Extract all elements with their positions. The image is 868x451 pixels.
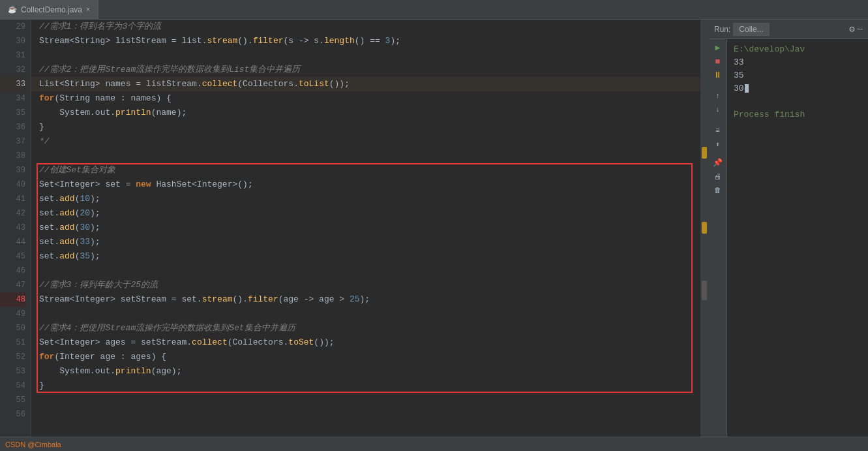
- run-tab[interactable]: Colle...: [733, 23, 769, 36]
- line-number: 36: [0, 120, 25, 134]
- line-number: 49: [0, 307, 25, 321]
- output-area: E:\develop\Jav 33 35 30 Process finish: [727, 39, 868, 437]
- minimap-scrollbar[interactable]: [700, 20, 708, 437]
- code-token: =: [126, 335, 141, 350]
- pin-button[interactable]: 📌: [712, 157, 724, 168]
- code-line: List<String> names = listStream.collect(…: [31, 77, 700, 91]
- code-token: .: [110, 106, 115, 120]
- code-token: (: [75, 235, 80, 249]
- run-label: Run:: [714, 25, 730, 34]
- output-line-30: 30: [734, 82, 861, 95]
- line-number: 46: [0, 264, 25, 278]
- run-button[interactable]: ▶: [712, 42, 724, 54]
- code-token: }: [39, 120, 44, 134]
- code-token: ());: [329, 77, 350, 91]
- code-line: Set<Integer> ages = setStream.collect(Co…: [31, 335, 700, 350]
- code-token: <Integer>: [54, 335, 105, 350]
- stop-button[interactable]: ■: [712, 55, 724, 67]
- right-panel: Run: Colle... ⚙ — ▶ ■ ⏸ ↑ ↓ ≡ ⬆: [708, 20, 868, 437]
- code-token: Stream: [39, 292, 70, 307]
- tab-close-icon[interactable]: ×: [86, 6, 90, 13]
- run-content: ▶ ■ ⏸ ↑ ↓ ≡ ⬆ 📌 🖨 🗑 E:\develop\Jav 33 35…: [709, 39, 868, 437]
- code-token: listStream: [115, 34, 166, 48]
- scroll-thumb[interactable]: [702, 281, 707, 300]
- code-token: =: [130, 77, 145, 91]
- code-token: 25: [350, 292, 360, 307]
- code-token: );: [360, 292, 370, 307]
- line-number: 43: [0, 221, 25, 235]
- code-token: //创建Set集合对象: [39, 163, 115, 178]
- code-line: set.add(30);: [31, 221, 700, 235]
- code-token: List: [39, 77, 59, 91]
- code-token: collect: [202, 77, 238, 91]
- minimap-indicator-2: [702, 222, 707, 234]
- code-token: out: [95, 106, 110, 120]
- line-number: 30: [0, 34, 25, 48]
- code-line: [31, 393, 700, 407]
- line-number: 37: [0, 134, 25, 149]
- code-token: set: [181, 292, 196, 307]
- file-tab[interactable]: ☕ CollectDemo.java ×: [0, 0, 98, 19]
- code-token: //需求2：把使用Stream流操作完毕的数据收集到List集合中并遍历: [39, 63, 300, 77]
- code-line: Stream<String> listStream = list.stream(…: [31, 34, 700, 48]
- code-token: collect: [192, 335, 228, 350]
- code-line: Set<Integer> set = new HashSet<Integer>(…: [31, 178, 700, 192]
- rerun-button[interactable]: ↑: [712, 90, 724, 102]
- code-token: 30: [80, 221, 90, 235]
- code-token: System.: [39, 106, 95, 120]
- code-token: );: [90, 221, 100, 235]
- line-number: 45: [0, 249, 25, 264]
- code-token: set.: [39, 206, 59, 221]
- line-number: 48: [0, 292, 25, 307]
- output-path: E:\develop\Jav: [734, 43, 861, 56]
- code-line: [31, 264, 700, 278]
- code-token: println: [115, 106, 151, 120]
- code-token: stream: [202, 292, 233, 307]
- code-line: System.out.println(name);: [31, 106, 700, 120]
- code-token: 35: [80, 249, 90, 264]
- run-tab-label: Colle...: [739, 25, 763, 34]
- code-token: (: [75, 221, 80, 235]
- line-number: 38: [0, 149, 25, 163]
- code-token: 33: [80, 235, 90, 249]
- output-line-35: 35: [734, 69, 861, 82]
- line-number: 35: [0, 106, 25, 120]
- code-token: .: [202, 34, 207, 48]
- code-token: add: [59, 192, 74, 206]
- code-token: .: [284, 335, 289, 350]
- code-token: filter: [248, 292, 278, 307]
- code-token: (s -> s.: [284, 34, 324, 48]
- code-line: [31, 307, 700, 321]
- up-button[interactable]: ⬆: [712, 138, 724, 150]
- code-token: <String>: [59, 77, 105, 91]
- code-token: //需求4：把使用Stream流操作完毕的数据收集到Set集合中并遍历: [39, 321, 295, 335]
- code-token: (Integer age : ages) {: [54, 350, 166, 364]
- bottom-bar: CSDN @Cimbala: [0, 437, 868, 451]
- code-line: //创建Set集合对象: [31, 163, 700, 178]
- delete-button[interactable]: 🗑: [712, 184, 724, 196]
- step-button[interactable]: ↓: [712, 104, 724, 116]
- code-line: System.out.println(age);: [31, 364, 700, 379]
- minimize-icon[interactable]: —: [858, 23, 863, 35]
- settings-button[interactable]: ≡: [712, 125, 724, 136]
- code-token: set.: [39, 221, 59, 235]
- code-token: filter: [253, 34, 284, 48]
- print-button[interactable]: 🖨: [712, 170, 724, 182]
- code-token: System.: [39, 364, 95, 379]
- gear-icon[interactable]: ⚙: [849, 23, 854, 35]
- code-token: 3: [385, 34, 391, 48]
- code-token: (String name : names) {: [54, 91, 171, 106]
- code-token: 20: [80, 206, 90, 221]
- code-token: add: [59, 206, 74, 221]
- code-token: Set: [39, 178, 54, 192]
- code-token: new: [136, 178, 156, 192]
- code-token: .: [187, 335, 192, 350]
- code-content[interactable]: //需求1：得到名字为3个字的流Stream<String> listStrea…: [31, 20, 700, 437]
- pause-button[interactable]: ⏸: [712, 69, 724, 81]
- code-token: setStream: [121, 292, 166, 307]
- code-token: HashSet: [156, 178, 192, 192]
- line-number: 40: [0, 178, 25, 192]
- main-area: 2930313233343536373839404142434445464748…: [0, 20, 868, 437]
- line-number: 47: [0, 278, 25, 292]
- code-token: (age);: [151, 364, 182, 379]
